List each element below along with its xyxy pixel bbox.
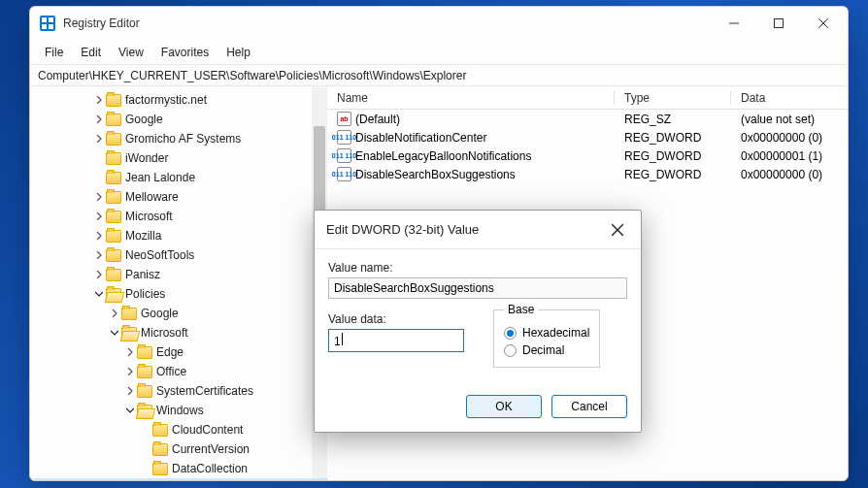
tree-label: Microsoft bbox=[125, 210, 173, 223]
tree-item[interactable]: Windows bbox=[34, 401, 326, 420]
window-title: Registry Editor bbox=[63, 16, 712, 30]
tree-item[interactable]: Melloware bbox=[34, 187, 326, 207]
column-header-type[interactable]: Type bbox=[615, 87, 731, 109]
tree-item[interactable]: Panisz bbox=[34, 265, 326, 284]
maximize-button[interactable] bbox=[756, 9, 801, 38]
tree-item[interactable]: iWonder bbox=[34, 148, 326, 168]
chevron-right-icon[interactable] bbox=[123, 368, 137, 375]
tree-item[interactable]: Policies bbox=[34, 284, 326, 304]
tree-item[interactable]: Google bbox=[34, 110, 326, 129]
chevron-right-icon[interactable] bbox=[92, 135, 106, 143]
folder-icon bbox=[106, 211, 121, 223]
value-name-field[interactable]: DisableSearchBoxSuggestions bbox=[328, 277, 627, 299]
radio-decimal[interactable]: Decimal bbox=[504, 343, 589, 357]
list-rows: ab(Default)REG_SZ(value not set)011 110D… bbox=[327, 110, 848, 183]
address-bar[interactable]: Computer\HKEY_CURRENT_USER\Software\Poli… bbox=[30, 65, 848, 86]
tree-item[interactable]: NeoSoftTools bbox=[34, 245, 326, 265]
value-data-label: Value data: bbox=[328, 312, 474, 326]
folder-icon bbox=[152, 443, 168, 456]
value-data-field[interactable]: 1 bbox=[328, 329, 464, 352]
chevron-right-icon[interactable] bbox=[92, 212, 106, 220]
value-data: 0x00000000 (0) bbox=[731, 131, 848, 145]
folder-icon bbox=[106, 269, 121, 281]
tree-item[interactable]: Google bbox=[34, 304, 326, 323]
column-header-data[interactable]: Data bbox=[731, 87, 848, 109]
table-row[interactable]: ab(Default)REG_SZ(value not set) bbox=[327, 110, 848, 128]
close-button[interactable] bbox=[801, 9, 846, 38]
tree-label: Gromicho AF Systems bbox=[125, 132, 241, 146]
dialog-titlebar[interactable]: Edit DWORD (32-bit) Value bbox=[315, 211, 641, 249]
tree-pane[interactable]: factormystic.netGoogleGromicho AF System… bbox=[30, 86, 327, 480]
tree-item[interactable]: SystemCertificates bbox=[34, 381, 326, 401]
list-header: Name Type Data bbox=[327, 86, 848, 110]
tree-label: SystemCertificates bbox=[156, 384, 253, 398]
chevron-down-icon[interactable] bbox=[92, 290, 106, 298]
dword-value-icon: 011 110 bbox=[337, 130, 351, 145]
tree-item[interactable]: Office bbox=[34, 362, 326, 381]
tree-item[interactable]: Jean Lalonde bbox=[34, 168, 326, 187]
folder-icon bbox=[106, 94, 121, 107]
folder-icon bbox=[106, 230, 121, 243]
tree-item[interactable]: Explorer bbox=[34, 478, 326, 480]
chevron-right-icon[interactable] bbox=[92, 232, 106, 240]
menu-file[interactable]: File bbox=[36, 43, 72, 62]
folder-icon bbox=[106, 114, 121, 126]
value-data: (value not set) bbox=[731, 113, 848, 126]
titlebar[interactable]: Registry Editor bbox=[30, 7, 848, 40]
tree-item[interactable]: Mozilla bbox=[34, 226, 326, 245]
tree-item[interactable]: DataCollection bbox=[34, 459, 326, 478]
folder-icon bbox=[121, 308, 137, 320]
ok-button[interactable]: OK bbox=[466, 395, 542, 418]
tree-label: DataCollection bbox=[172, 462, 248, 475]
table-row[interactable]: 011 110DisableNotificationCenterREG_DWOR… bbox=[327, 128, 848, 146]
table-row[interactable]: 011 110EnableLegacyBalloonNotificationsR… bbox=[327, 146, 848, 165]
tree-item[interactable]: CloudContent bbox=[34, 420, 326, 439]
tree-item[interactable]: Microsoft bbox=[34, 323, 326, 342]
chevron-right-icon[interactable] bbox=[92, 115, 106, 123]
value-type: REG_DWORD bbox=[615, 149, 731, 163]
tree-item[interactable]: Microsoft bbox=[34, 207, 326, 226]
chevron-right-icon[interactable] bbox=[123, 348, 137, 356]
tree-item[interactable]: CurrentVersion bbox=[34, 439, 326, 459]
folder-icon bbox=[106, 172, 121, 184]
chevron-right-icon[interactable] bbox=[108, 309, 121, 317]
cancel-button[interactable]: Cancel bbox=[551, 395, 627, 418]
value-name: EnableLegacyBalloonNotifications bbox=[355, 149, 531, 163]
tree-label: Office bbox=[156, 365, 186, 378]
chevron-down-icon[interactable] bbox=[108, 329, 121, 337]
radio-hexadecimal[interactable]: Hexadecimal bbox=[504, 326, 589, 340]
menu-help[interactable]: Help bbox=[217, 43, 259, 62]
chevron-right-icon[interactable] bbox=[92, 96, 106, 104]
minimize-button[interactable] bbox=[712, 9, 756, 38]
table-row[interactable]: 011 110DisableSearchBoxSuggestionsREG_DW… bbox=[327, 165, 848, 183]
tree-label: Windows bbox=[156, 404, 204, 417]
value-name: DisableSearchBoxSuggestions bbox=[355, 168, 516, 181]
chevron-right-icon[interactable] bbox=[92, 271, 106, 278]
dialog-close-button[interactable] bbox=[606, 218, 629, 242]
edit-dword-dialog: Edit DWORD (32-bit) Value Value name: Di… bbox=[314, 210, 642, 433]
folder-icon bbox=[137, 366, 152, 378]
dword-value-icon: 011 110 bbox=[337, 148, 351, 163]
value-type: REG_DWORD bbox=[615, 131, 731, 145]
menu-favorites[interactable]: Favorites bbox=[152, 43, 217, 62]
tree-item[interactable]: Gromicho AF Systems bbox=[34, 129, 326, 148]
menu-view[interactable]: View bbox=[110, 43, 152, 62]
chevron-right-icon[interactable] bbox=[92, 193, 106, 201]
chevron-right-icon[interactable] bbox=[92, 251, 106, 259]
column-header-name[interactable]: Name bbox=[327, 87, 615, 109]
folder-icon bbox=[106, 288, 121, 301]
radio-hex-icon bbox=[504, 327, 517, 340]
menu-edit[interactable]: Edit bbox=[72, 43, 110, 62]
tree-label: Policies bbox=[125, 287, 165, 301]
folder-icon bbox=[137, 405, 152, 417]
dialog-title-text: Edit DWORD (32-bit) Value bbox=[326, 222, 606, 237]
chevron-right-icon[interactable] bbox=[123, 387, 137, 395]
value-data: 0x00000001 (1) bbox=[731, 149, 848, 163]
svg-rect-1 bbox=[775, 19, 784, 28]
tree-label: Google bbox=[125, 113, 163, 126]
chevron-down-icon[interactable] bbox=[123, 407, 137, 414]
value-data: 0x00000000 (0) bbox=[731, 168, 848, 181]
tree-item[interactable]: factormystic.net bbox=[34, 90, 326, 110]
tree-item[interactable]: Edge bbox=[34, 342, 326, 362]
folder-icon bbox=[152, 424, 168, 437]
